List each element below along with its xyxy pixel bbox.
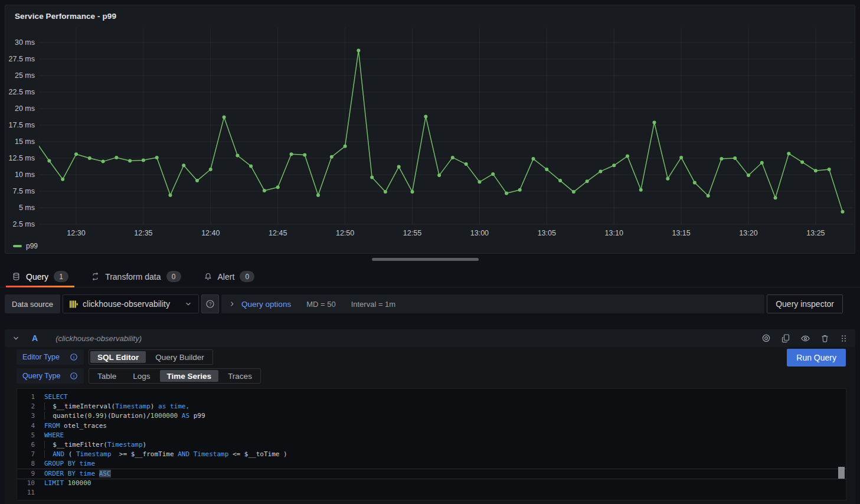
code-line-1: 1SELECT	[17, 392, 846, 402]
edit-pane-tabs: Query 1 Transform data 0 Alert 0	[0, 266, 860, 287]
datasource-row: Data source clickhouse-observability ? Q…	[5, 294, 843, 313]
tab-alert[interactable]: Alert 0	[198, 266, 261, 287]
horizontal-scrollbar	[0, 257, 860, 261]
sql-code-editor[interactable]: 1SELECT2 $__timeInterval(Timestamp) as t…	[17, 388, 846, 500]
svg-text:?: ?	[209, 301, 212, 307]
datasource-name: clickhouse-observability	[83, 299, 179, 309]
delete-query-icon[interactable]	[820, 334, 829, 343]
transform-icon	[91, 272, 100, 281]
query-options-toggle[interactable]: Query options	[241, 300, 291, 309]
svg-text:2.5 ms: 2.5 ms	[12, 220, 35, 228]
editor-type-label: Editor Type i	[17, 349, 84, 365]
option-query-builder[interactable]: Query Builder	[148, 351, 211, 363]
svg-text:12:45: 12:45	[269, 229, 287, 237]
svg-text:12.5 ms: 12.5 ms	[9, 154, 35, 162]
svg-text:12:30: 12:30	[67, 229, 85, 237]
svg-text:12:35: 12:35	[134, 229, 152, 237]
svg-text:10 ms: 10 ms	[15, 171, 35, 179]
tab-count-badge: 0	[240, 271, 254, 282]
record-query-icon[interactable]	[761, 333, 771, 343]
code-line-5: 5WHERE	[17, 431, 846, 440]
option-traces[interactable]: Traces	[221, 370, 259, 382]
run-query-button[interactable]: Run Query	[787, 349, 846, 366]
svg-text:13:15: 13:15	[672, 229, 690, 237]
svg-text:22.5 ms: 22.5 ms	[9, 88, 35, 96]
svg-text:i: i	[73, 374, 74, 379]
code-line-10: 10LIMIT 100000	[17, 479, 846, 488]
code-line-2: 2 $__timeInterval(Timestamp) as time,	[17, 402, 846, 411]
tab-label: Alert	[218, 272, 235, 282]
active-tab-underline	[6, 286, 74, 287]
query-row-actions	[761, 333, 848, 343]
tab-count-badge: 1	[54, 271, 68, 282]
query-options-interval: Interval = 1m	[351, 300, 396, 309]
option-logs[interactable]: Logs	[126, 370, 157, 382]
option-sql-editor[interactable]: SQL Editor	[90, 351, 146, 363]
sql-code-lines: 1SELECT2 $__timeInterval(Timestamp) as t…	[17, 392, 846, 498]
option-table[interactable]: Table	[90, 370, 123, 382]
query-row-header: A (clickhouse-observability)	[5, 329, 855, 347]
chevron-right-icon[interactable]	[228, 300, 236, 307]
svg-text:13:10: 13:10	[605, 229, 623, 237]
svg-text:13:20: 13:20	[739, 229, 757, 237]
code-line-8: 8GROUP BY time	[17, 459, 846, 469]
svg-text:12:55: 12:55	[403, 229, 421, 237]
scrollbar-thumb[interactable]	[372, 258, 479, 261]
drag-handle-icon[interactable]	[839, 334, 848, 343]
svg-text:12:50: 12:50	[336, 229, 354, 237]
svg-text:15 ms: 15 ms	[15, 138, 35, 146]
panel-title: Service Performance - p99	[15, 12, 116, 21]
svg-text:12:40: 12:40	[201, 229, 220, 237]
svg-text:17.5 ms: 17.5 ms	[9, 121, 35, 129]
legend-label: p99	[26, 242, 38, 250]
svg-text:25 ms: 25 ms	[15, 71, 35, 80]
code-line-7: 7 AND ( Timestamp >= $__fromTime AND Tim…	[17, 450, 846, 459]
tab-label: Transform data	[105, 272, 161, 282]
svg-text:13:25: 13:25	[806, 229, 825, 237]
svg-text:20 ms: 20 ms	[15, 104, 35, 113]
help-icon: ?	[205, 299, 215, 309]
toggle-visibility-icon[interactable]	[800, 333, 810, 343]
code-line-11: 11	[17, 488, 846, 498]
query-inspector-button[interactable]: Query inspector	[767, 294, 843, 313]
editor-cursor-indicator	[838, 467, 845, 479]
query-type-label: Query Type i	[17, 368, 84, 384]
svg-text:i: i	[73, 355, 74, 360]
query-type-options: TableLogsTime SeriesTraces	[89, 368, 261, 384]
query-options-strip: Query options MD = 50 Interval = 1m	[221, 294, 764, 313]
query-datasource-hint: (clickhouse-observability)	[55, 334, 142, 343]
bell-icon	[204, 272, 212, 281]
timeseries-panel: Service Performance - p99 30 ms27.5 ms25…	[5, 5, 855, 254]
datasource-picker[interactable]: clickhouse-observability	[63, 294, 199, 313]
legend-item-p99[interactable]: p99	[13, 242, 38, 250]
query-editor-body: Editor Type i SQL EditorQuery Builder Qu…	[5, 347, 855, 504]
info-icon: i	[70, 372, 78, 380]
svg-text:27.5 ms: 27.5 ms	[9, 55, 35, 63]
chevron-down-icon	[184, 300, 192, 308]
tab-count-badge: 0	[166, 271, 181, 282]
code-line-4: 4FROM otel_traces	[17, 421, 846, 431]
editor-type-options: SQL EditorQuery Builder	[89, 349, 213, 365]
option-time-series[interactable]: Time Series	[160, 370, 219, 382]
query-type-row: Query Type i TableLogsTime SeriesTraces	[17, 368, 261, 384]
code-line-9: 9ORDER BY time ASC	[17, 469, 846, 479]
query-options-md: MD = 50	[306, 300, 336, 309]
tab-transform-data[interactable]: Transform data 0	[85, 266, 187, 287]
svg-text:7.5 ms: 7.5 ms	[12, 187, 35, 195]
legend-swatch	[13, 245, 22, 247]
query-ref-id[interactable]: A	[32, 333, 38, 343]
duplicate-query-icon[interactable]	[781, 333, 790, 343]
grafana-edit-panel-page: Service Performance - p99 30 ms27.5 ms25…	[0, 0, 860, 504]
info-icon: i	[70, 353, 78, 361]
svg-text:30 ms: 30 ms	[15, 38, 35, 47]
collapse-chevron-icon[interactable]	[12, 334, 20, 342]
timeseries-chart[interactable]: 30 ms27.5 ms25 ms22.5 ms20 ms17.5 ms15 m…	[5, 23, 855, 243]
datasource-label: Data source	[5, 294, 60, 313]
datasource-help-button[interactable]: ?	[201, 294, 219, 313]
tab-query[interactable]: Query 1	[6, 266, 74, 287]
code-line-6: 6 $__timeFilter(Timestamp)	[17, 440, 846, 450]
code-line-3: 3 quantile(0.99)(Duration)/1000000 AS p9…	[17, 411, 846, 421]
clickhouse-logo-icon	[69, 300, 78, 309]
svg-text:13:05: 13:05	[538, 229, 556, 237]
tab-label: Query	[26, 272, 48, 282]
